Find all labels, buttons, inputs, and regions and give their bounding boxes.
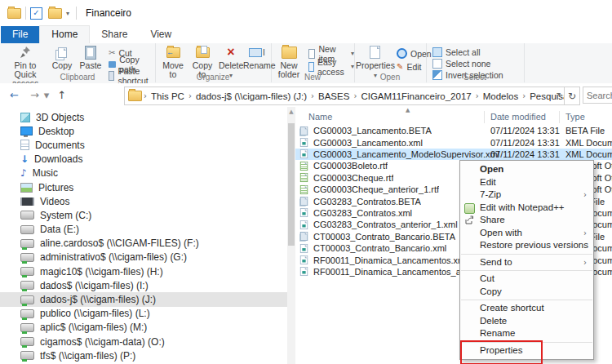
sidebar-item-downloads[interactable]: ↓Downloads (0, 153, 287, 166)
sidebar-item-drive-l[interactable]: publico (\\cigam-files) (L:) (0, 307, 287, 321)
breadcrumb-modelos[interactable]: Modelos (481, 91, 521, 101)
select-all-icon (432, 47, 442, 57)
submenu-arrow-icon: › (583, 189, 587, 202)
sidebar-item-pictures[interactable]: Pictures (0, 180, 287, 194)
menu-item-send-to[interactable]: Send to› (460, 256, 593, 269)
sidebar-item-label: publico (\\cigam-files) (L:) (40, 308, 150, 319)
tab-home[interactable]: Home (39, 25, 90, 43)
qat-folder-icon[interactable] (48, 8, 62, 19)
qat-properties-icon[interactable]: ✓ (30, 7, 42, 20)
sidebar-item-drive-i[interactable]: dados$ (\\cigam-files) (I:) (0, 278, 287, 292)
copy-button[interactable]: Copy (50, 44, 74, 70)
recent-locations-icon[interactable]: ▾ (44, 89, 50, 101)
sidebar-item-drive-g[interactable]: administrativo$ (\\cigam-files) (G:) (0, 251, 287, 264)
sidebar-item-3d-objects[interactable]: 3D Objects (0, 110, 287, 124)
paste-button[interactable]: Paste (78, 44, 104, 70)
breadcrumb-cigam11[interactable]: CIGAM11Financeiro_2017 (358, 91, 473, 101)
sidebar-item-drive-p[interactable]: tfs$ (\\cigam-files) (P:) (0, 348, 287, 362)
column-divider[interactable] (484, 111, 485, 123)
refresh-icon[interactable]: ↻ (565, 87, 580, 105)
menu-item-rename[interactable]: Rename (460, 327, 593, 340)
sidebar-item-drive-o[interactable]: cigamos$ (\\cigam-data) (O:) (0, 335, 287, 348)
address-dropdown-icon[interactable]: ▾ (557, 91, 561, 98)
sidebar-item-label: Desktop (38, 126, 74, 137)
column-header-type[interactable]: Type (565, 112, 585, 122)
properties-icon: ✓ (356, 44, 395, 60)
network-drive-icon (20, 309, 34, 318)
sidebar-item-drive-m[interactable]: aplic$ (\\cigam-files) (M:) (0, 321, 287, 335)
menu-item-copy[interactable]: Copy (460, 286, 593, 299)
sidebar-item-label: dados-j$ (\\cigam-files) (J:) (40, 294, 156, 305)
move-to-button[interactable]: ← Move to▾ (160, 44, 186, 89)
qat-dropdown-icon[interactable]: ▾ (66, 10, 69, 17)
scissors-icon: ✂ (109, 48, 115, 57)
sidebar-item-videos[interactable]: Videos (0, 194, 287, 208)
annotation-highlight-box (460, 340, 543, 364)
breadcrumb-this-pc[interactable]: This PC (149, 91, 187, 101)
sidebar-item-label: cigamos$ (\\cigam-data) (O:) (40, 336, 165, 348)
file-row[interactable]: CG00003_Lancamento.BETA07/11/2024 13:31B… (295, 125, 612, 136)
tab-view[interactable]: View (139, 26, 183, 43)
rtf-file-icon (300, 185, 308, 194)
file-row[interactable]: CG00003_Lancamento.xml07/11/2024 13:31XM… (295, 136, 612, 148)
sidebar-item-drive-j-selected[interactable]: dados-j$ (\\cigam-files) (J:) (0, 292, 287, 306)
rename-icon: I (243, 44, 271, 60)
easy-access-button[interactable]: Easy access▾ (308, 61, 354, 72)
menu-item-edit-with-notepad[interactable]: Edit with Notepad++ (460, 202, 593, 215)
column-header-date[interactable]: Date modified (490, 112, 546, 122)
sidebar-item-drive-h[interactable]: magic10$ (\\cigam-files) (H:) (0, 264, 287, 278)
menu-item-open[interactable]: Open (460, 163, 593, 176)
rename-button[interactable]: I Rename (243, 44, 271, 70)
tree-scrollbar[interactable]: ▲ (287, 107, 295, 364)
tab-share[interactable]: Share (90, 26, 139, 43)
sidebar-item-data-e[interactable]: Data (E:) (0, 223, 287, 237)
menu-item-create-shortcut[interactable]: Create shortcut (460, 302, 593, 315)
tab-file[interactable]: File (1, 26, 39, 43)
breadcrumb-chevron: › (187, 91, 193, 100)
file-row-selected[interactable]: CG00003_Lancamento_ModeloSupervisor.xml0… (295, 149, 612, 160)
menu-item-7zip[interactable]: 7-Zip› (460, 189, 593, 202)
select-all-button[interactable]: Select all (432, 47, 481, 57)
sidebar-item-documents[interactable]: Documents (0, 138, 287, 152)
copy-to-button[interactable]: Copy to▾ (189, 44, 215, 89)
context-menu: Open Edit 7-Zip› Edit with Notepad++ Sha… (459, 160, 594, 360)
edit-button[interactable]: ✎ Edit (397, 61, 421, 72)
xml-file-icon (300, 149, 308, 158)
new-item-icon (308, 49, 315, 59)
sidebar-item-music[interactable]: ♪Music (0, 166, 287, 180)
window-title: Financeiro (86, 7, 131, 19)
notepad-plus-plus-icon (464, 203, 475, 214)
group-label-clipboard: Clipboard (0, 73, 155, 82)
submenu-arrow-icon: › (583, 227, 587, 240)
menu-item-edit[interactable]: Edit (460, 176, 593, 189)
menu-item-open-with[interactable]: Open with› (460, 227, 593, 240)
menu-item-cut[interactable]: Cut (460, 273, 593, 286)
drive-icon (20, 225, 34, 234)
group-label-new: New (271, 73, 354, 82)
sidebar-item-desktop[interactable]: Desktop (0, 124, 287, 138)
menu-item-share[interactable]: Share (460, 214, 593, 227)
network-drive-icon (20, 337, 34, 346)
navigation-pane: 3D Objects Desktop Documents ↓Downloads … (0, 107, 287, 364)
up-icon[interactable]: ↑ (57, 89, 66, 101)
menu-item-restore-previous-versions[interactable]: Restore previous versions (460, 239, 593, 252)
scroll-up-icon[interactable]: ▲ (287, 107, 295, 117)
sidebar-item-drive-f[interactable]: aline.cardoso$ (\\CIGAM-FILES) (F:) (0, 237, 287, 251)
breadcrumb-drive[interactable]: dados-j$ (\\cigam-files) (J:) (193, 91, 309, 101)
breadcrumb-chevron: › (142, 91, 149, 100)
network-drive-icon (20, 253, 34, 262)
address-bar[interactable]: › This PC › dados-j$ (\\cigam-files) (J:… (124, 87, 565, 105)
select-none-button[interactable]: Select none (432, 58, 490, 69)
videos-icon (20, 198, 34, 206)
xml-file-icon (300, 220, 308, 229)
column-divider[interactable] (559, 111, 560, 123)
menu-item-delete[interactable]: Delete (460, 315, 593, 328)
back-icon[interactable]: ← (10, 89, 19, 101)
paste-label: Paste (78, 61, 104, 70)
sidebar-item-system-c[interactable]: System (C:) (0, 208, 287, 222)
breadcrumb-bases[interactable]: BASES (316, 91, 352, 101)
forward-icon[interactable]: → (30, 89, 39, 101)
search-input[interactable] (583, 87, 612, 103)
column-header-name[interactable]: Name (308, 112, 332, 122)
scrollbar-thumb[interactable] (288, 123, 295, 246)
